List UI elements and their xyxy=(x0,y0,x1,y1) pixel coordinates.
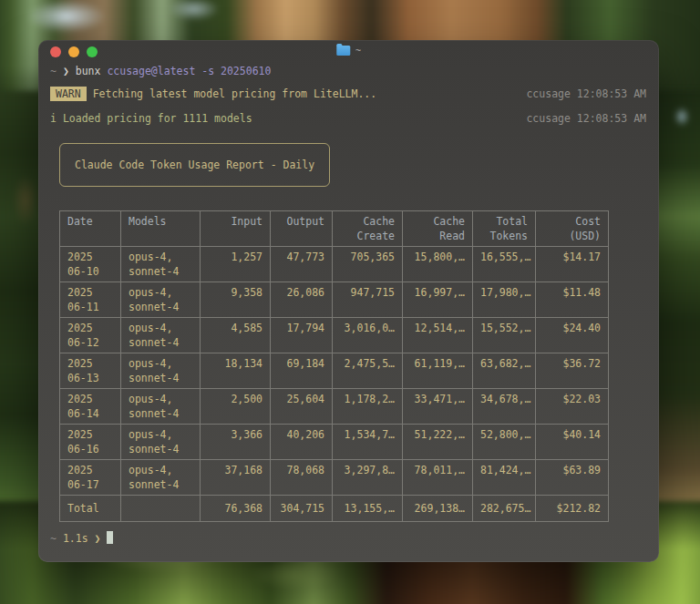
table-cell: 1,257 xyxy=(201,247,271,282)
table-cell: 16,555,… xyxy=(473,247,536,282)
table-cell: 17,794 xyxy=(271,318,333,353)
table-cell: 15,552,… xyxy=(473,318,536,353)
table-cell: 3,366 xyxy=(201,425,271,460)
table-cell: 705,365 xyxy=(333,247,403,282)
table-cell: $63.89 xyxy=(536,460,609,496)
table-cell: 2025 06-14 xyxy=(60,389,121,425)
report-title-box: Claude Code Token Usage Report - Daily xyxy=(59,143,330,187)
table-cell: 269,138… xyxy=(403,496,473,522)
column-header: Models xyxy=(121,211,201,247)
table-cell: Total xyxy=(60,496,121,522)
table-cell: $22.03 xyxy=(536,389,609,425)
close-button[interactable] xyxy=(50,46,61,57)
table-cell: 2025 06-17 xyxy=(60,460,121,496)
terminal-window: ~ ~ ❯ bunx ccusage@latest -s 20250610 WA… xyxy=(38,40,659,562)
table-cell: 15,800,… xyxy=(403,247,473,282)
info-prefix: i xyxy=(50,112,57,125)
table-cell: $36.72 xyxy=(536,353,609,389)
column-header: Output xyxy=(271,211,333,247)
table-cell: 47,773 xyxy=(271,247,333,282)
table-cell: 76,368 xyxy=(201,496,271,522)
zoom-button[interactable] xyxy=(87,46,98,57)
table-cell: 3,297,8… xyxy=(333,460,403,496)
table-cell: 37,168 xyxy=(201,460,271,496)
table-cell xyxy=(121,496,201,522)
column-header: Cache Create xyxy=(333,211,403,247)
table-row: 2025 06-13opus-4, sonnet-418,13469,1842,… xyxy=(60,353,609,389)
table-cell: 2025 06-16 xyxy=(60,425,121,460)
table-cell: opus-4, sonnet-4 xyxy=(121,318,201,353)
table-body: 2025 06-10opus-4, sonnet-41,25747,773705… xyxy=(60,247,609,522)
table-cell: 63,682,… xyxy=(473,353,536,389)
window-title: ~ xyxy=(355,45,361,56)
traffic-lights xyxy=(50,46,98,57)
table-cell: 13,155,… xyxy=(333,496,403,522)
table-cell: 81,424,… xyxy=(473,460,536,496)
table-cell: 1,178,2… xyxy=(333,389,403,425)
table-row: 2025 06-17opus-4, sonnet-437,16878,0683,… xyxy=(60,460,609,496)
table-cell: 17,980,… xyxy=(473,282,536,318)
table-total-row: Total76,368304,71513,155,…269,138…282,67… xyxy=(60,496,609,522)
table-cell: 12,514,… xyxy=(403,318,473,353)
table-cell: 69,184 xyxy=(271,353,333,389)
table-cell: opus-4, sonnet-4 xyxy=(121,425,201,460)
table-cell: 16,997,… xyxy=(403,282,473,318)
table-cell: 282,675… xyxy=(473,496,536,522)
command-program: bunx xyxy=(76,65,101,77)
table-cell: 26,086 xyxy=(271,282,333,318)
minimize-button[interactable] xyxy=(68,46,79,57)
folder-icon xyxy=(336,46,350,56)
table-cell: 2,475,5… xyxy=(333,353,403,389)
info-message: Loaded pricing for 1111 models xyxy=(63,112,252,125)
table-cell: 33,471,… xyxy=(403,389,473,425)
info-log-line: i Loaded pricing for 1111 modelsccusage … xyxy=(50,111,646,126)
warn-badge: WARN xyxy=(50,87,87,101)
table-row: 2025 06-16opus-4, sonnet-43,36640,2061,5… xyxy=(60,425,609,460)
table-cell: 51,222,… xyxy=(403,425,473,460)
table-cell: $40.14 xyxy=(536,425,609,460)
table-cell: 25,604 xyxy=(271,389,333,425)
table-row: 2025 06-10opus-4, sonnet-41,25747,773705… xyxy=(60,247,609,282)
table-cell: 4,585 xyxy=(201,318,271,353)
table-cell: 304,715 xyxy=(271,496,333,522)
table-cell: opus-4, sonnet-4 xyxy=(121,353,201,389)
prompt-cwd: ~ xyxy=(50,65,57,77)
table-cell: 3,016,0… xyxy=(333,318,403,353)
command-args: ccusage@latest -s 20250610 xyxy=(107,65,271,77)
table-cell: opus-4, sonnet-4 xyxy=(121,282,201,318)
warn-message: Fetching latest model pricing from LiteL… xyxy=(93,87,377,100)
prompt-symbol: ❯ xyxy=(63,65,69,77)
column-header: Input xyxy=(201,211,271,247)
table-cell: $11.48 xyxy=(536,282,609,318)
table-cell: 2,500 xyxy=(201,389,271,425)
table-cell: $14.17 xyxy=(536,247,609,282)
command-duration: 1.1s xyxy=(63,532,88,545)
table-cell: 2025 06-11 xyxy=(60,282,121,318)
command-prompt-line: ~ ❯ bunx ccusage@latest -s 20250610 xyxy=(50,64,646,78)
table-cell: $212.82 xyxy=(536,496,609,522)
table-cell: 2025 06-12 xyxy=(60,318,121,353)
text-cursor xyxy=(107,531,113,544)
info-timestamp: ccusage 12:08:53 AM xyxy=(526,111,646,126)
warn-log-line: WARN Fetching latest model pricing from … xyxy=(50,87,646,101)
report-title: Claude Code Token Usage Report - Daily xyxy=(75,159,314,171)
table-row: 2025 06-14opus-4, sonnet-42,50025,6041,1… xyxy=(60,389,609,425)
table-cell: 78,068 xyxy=(271,460,333,496)
final-prompt-cwd: ~ xyxy=(50,532,57,545)
table-cell: 1,534,7… xyxy=(333,425,403,460)
table-cell: 2025 06-13 xyxy=(60,353,121,389)
final-prompt-line: ~ 1.1s ❯ xyxy=(50,531,646,546)
table-cell: 52,800,… xyxy=(473,425,536,460)
column-header: Total Tokens xyxy=(473,211,536,247)
column-header: Date xyxy=(60,211,121,247)
final-prompt-symbol: ❯ xyxy=(95,532,101,545)
warn-timestamp: ccusage 12:08:53 AM xyxy=(526,87,646,101)
column-header: Cache Read xyxy=(403,211,473,247)
proxy-icon-group[interactable]: ~ xyxy=(336,44,361,56)
table-cell: 2025 06-10 xyxy=(60,247,121,282)
table-cell: 947,715 xyxy=(333,282,403,318)
column-header: Cost (USD) xyxy=(536,211,609,247)
table-cell: opus-4, sonnet-4 xyxy=(121,247,201,282)
table-header-row: DateModelsInputOutputCache CreateCache R… xyxy=(60,211,609,247)
terminal-content[interactable]: ~ ❯ bunx ccusage@latest -s 20250610 WARN… xyxy=(38,60,659,546)
